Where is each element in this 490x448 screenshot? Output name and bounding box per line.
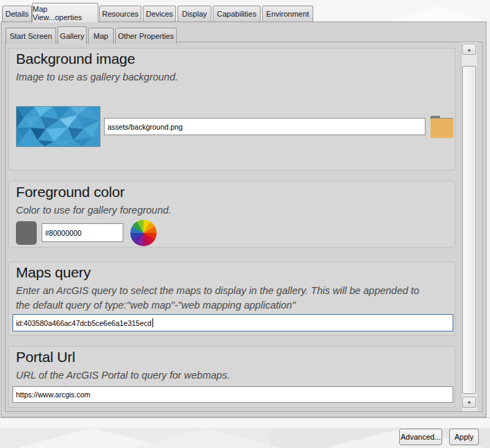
- tab-other-properties[interactable]: Other Properties: [115, 28, 177, 44]
- tab-capabilities[interactable]: Capabilities: [213, 6, 261, 21]
- tab-map-view-properties[interactable]: Map View...operties: [32, 3, 98, 22]
- section-description: Image to use as gallery background.: [16, 70, 178, 85]
- app-window: Details Map View...operties Resources De…: [0, 0, 490, 448]
- section-title: Portal Url: [16, 349, 76, 365]
- tab-label: Environment: [266, 10, 309, 18]
- page-background-right: [487, 21, 490, 417]
- tab-label: Gallery: [60, 32, 85, 40]
- tab-start-screen[interactable]: Start Screen: [6, 28, 56, 44]
- footer-triangle-decor: [132, 428, 282, 448]
- section-description: Color to use for gallery foreground.: [16, 203, 171, 218]
- section-title: Foreground color: [16, 184, 125, 200]
- apply-button[interactable]: Apply: [449, 429, 479, 445]
- section-maps-query: Maps query Enter an ArcGIS query to sele…: [8, 261, 455, 336]
- section-background-image: Background image Image to use as gallery…: [8, 48, 455, 171]
- section-description: URL of the ArcGIS Portal to query for we…: [16, 368, 230, 383]
- tab-map[interactable]: Map: [88, 28, 114, 44]
- tab-label: Start Screen: [10, 32, 52, 40]
- folder-icon-body: [430, 119, 453, 138]
- tab-resources[interactable]: Resources: [99, 6, 141, 21]
- section-title: Maps query: [16, 264, 91, 281]
- color-swatch[interactable]: [16, 221, 37, 245]
- tab-label: Resources: [102, 10, 139, 18]
- color-wheel-icon[interactable]: [130, 220, 157, 246]
- advanced-button[interactable]: Advanced...: [399, 429, 442, 445]
- scroll-up-icon: ▲: [467, 47, 472, 52]
- scroll-down-icon: ▼: [467, 400, 472, 405]
- scroll-up-button[interactable]: ▲: [462, 44, 476, 55]
- vertical-scrollbar[interactable]: ▲ ▼: [461, 42, 477, 411]
- tab-label: Capabilities: [217, 10, 256, 18]
- footer-spacer: [0, 417, 490, 429]
- background-triangle-decor: [388, 6, 488, 22]
- background-image-path-input[interactable]: [104, 118, 426, 135]
- tab-label: Devices: [146, 10, 173, 18]
- background-image-preview: [16, 106, 100, 147]
- text-caret: [152, 318, 153, 327]
- apply-button-label: Apply: [455, 433, 474, 441]
- tab-details[interactable]: Details: [2, 6, 32, 21]
- tab-label: Map: [94, 32, 108, 40]
- section-description: Enter an ArcGIS query to select the maps…: [16, 284, 435, 313]
- maps-query-text: id:403580a466ac47dcb5ce6e6a1e315ecd: [16, 319, 152, 327]
- tab-environment[interactable]: Environment: [262, 6, 313, 21]
- tab-label: Display: [182, 10, 207, 18]
- section-portal-url: Portal Url URL of the ArcGIS Portal to q…: [8, 346, 455, 408]
- scroll-down-button[interactable]: ▼: [462, 397, 476, 408]
- lowpoly-thumbnail-art: [17, 107, 100, 146]
- portal-url-input[interactable]: [12, 386, 453, 403]
- tab-label: Other Properties: [118, 32, 174, 40]
- browse-folder-button[interactable]: [430, 116, 453, 138]
- tab-display[interactable]: Display: [177, 6, 211, 21]
- tab-gallery[interactable]: Gallery: [58, 26, 87, 44]
- maps-query-input[interactable]: id:403580a466ac47dcb5ce6e6a1e315ecd: [12, 314, 453, 331]
- advanced-button-label: Advanced...: [401, 433, 441, 441]
- tab-label: Map View...operties: [33, 5, 98, 21]
- section-foreground-color: Foreground color Color to use for galler…: [8, 181, 455, 248]
- tab-devices[interactable]: Devices: [143, 6, 176, 21]
- scrollbar-thumb[interactable]: [462, 66, 476, 394]
- tab-label: Details: [6, 10, 29, 18]
- section-title: Background image: [16, 51, 135, 67]
- foreground-color-input[interactable]: [42, 223, 123, 242]
